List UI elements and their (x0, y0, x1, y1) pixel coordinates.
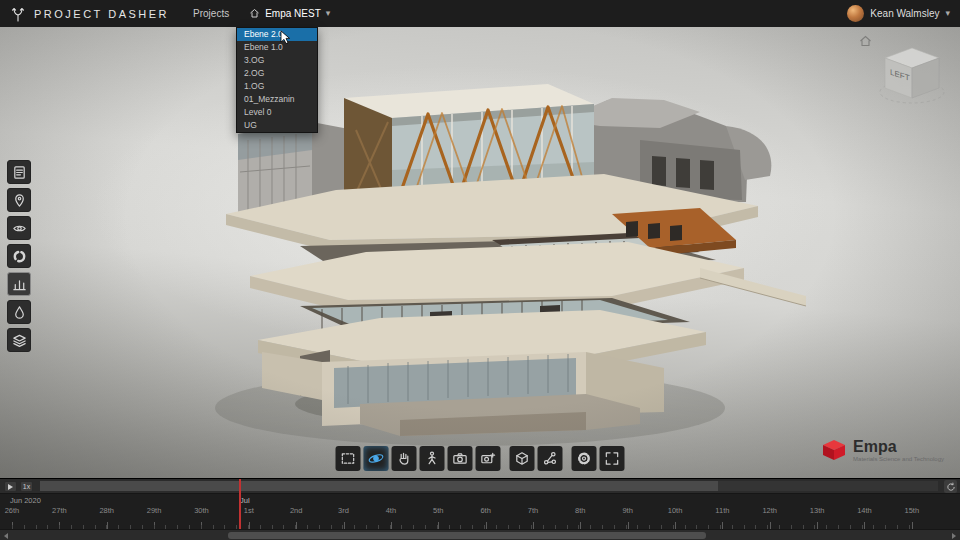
level-dropdown-item[interactable]: 3.OG (237, 54, 317, 67)
play-button[interactable] (4, 481, 17, 492)
building-icon (249, 8, 260, 19)
visibility-icon (12, 221, 27, 236)
tick-label: 10th (668, 506, 683, 515)
tick-label: 2nd (290, 506, 303, 515)
empa-cube-icon (821, 438, 847, 462)
pan-hand-icon (396, 450, 413, 467)
data-points-icon (542, 450, 559, 467)
left-toolbar (7, 160, 31, 352)
app-title: PROJECT DASHER (34, 8, 169, 20)
fullscreen-button[interactable] (600, 446, 625, 471)
first-person-button[interactable] (420, 446, 445, 471)
refresh-button[interactable] (944, 480, 957, 493)
tick-label: 3rd (338, 506, 349, 515)
pin-icon (12, 193, 27, 208)
scrollbar-thumb[interactable] (228, 532, 706, 539)
marquee-select-button[interactable] (336, 446, 361, 471)
tick-label: 6th (480, 506, 490, 515)
selected-time-range[interactable] (40, 481, 718, 491)
orbit-button[interactable] (364, 446, 389, 471)
visibility-button[interactable] (7, 216, 31, 240)
level-dropdown: Ebene 2.0 Ebene 1.0 3.OG 2.OG 1.OG 01_Me… (236, 27, 318, 133)
water-drop-button[interactable] (7, 300, 31, 324)
bar-chart-button[interactable] (7, 272, 31, 296)
level-dropdown-item[interactable]: Ebene 2.0 (237, 28, 317, 41)
home-button[interactable] (859, 33, 872, 51)
tick-mark (59, 522, 60, 529)
water-drop-icon (12, 305, 27, 320)
doughnut-chart-button[interactable] (7, 244, 31, 268)
tick-label: 15th (905, 506, 920, 515)
tick-mark (486, 522, 487, 529)
settings-tool-group (572, 446, 625, 471)
view-cube[interactable]: LEFT (876, 42, 948, 108)
avatar (847, 5, 864, 22)
viewer-toolbar (336, 446, 625, 471)
timeline-track[interactable] (40, 481, 938, 491)
pan-button[interactable] (392, 446, 417, 471)
model-tool-group (510, 446, 563, 471)
tick-mark (296, 522, 297, 529)
pin-button[interactable] (7, 188, 31, 212)
level-dropdown-item[interactable]: Ebene 1.0 (237, 41, 317, 54)
marquee-select-icon (340, 450, 357, 467)
tick-mark (12, 522, 13, 529)
tick-mark (391, 522, 392, 529)
level-dropdown-item[interactable]: 1.OG (237, 80, 317, 93)
level-dropdown-item[interactable]: UG (237, 119, 317, 132)
layers-icon (12, 333, 27, 348)
tick-mark (817, 522, 818, 529)
level-dropdown-item[interactable]: 2.OG (237, 67, 317, 80)
data-points-button[interactable] (538, 446, 563, 471)
tick-label: 8th (575, 506, 585, 515)
model-button[interactable] (510, 446, 535, 471)
camera-button[interactable] (448, 446, 473, 471)
orbit-icon (368, 450, 385, 467)
tick-label: 11th (715, 506, 729, 515)
playhead[interactable] (239, 479, 241, 529)
timeline-scrubber: 1x (0, 479, 960, 494)
tick-label: 29th (147, 506, 162, 515)
report-icon (12, 165, 27, 180)
snapshot-button[interactable] (476, 446, 501, 471)
3d-viewport[interactable] (0, 27, 960, 478)
level-dropdown-item[interactable]: 01_Mezzanin (237, 93, 317, 106)
tick-mark (580, 522, 581, 529)
tick-label: 13th (810, 506, 825, 515)
arrow-left-icon (4, 533, 8, 539)
tick-mark (770, 522, 771, 529)
user-menu[interactable]: Kean Walmsley ▾ (847, 5, 950, 22)
tick-label: 7th (528, 506, 538, 515)
top-bar: PROJECT DASHER Projects Empa NEST ▾ Kean… (0, 0, 960, 27)
camera-icon (452, 450, 469, 467)
walk-person-icon (424, 450, 441, 467)
timeline-scrollbar[interactable] (0, 529, 960, 540)
timeline-ruler[interactable]: Jun 2020 Jul 26th 27th 28th 29th 30th 1s… (0, 494, 960, 529)
layers-button[interactable] (7, 328, 31, 352)
dasher-deer-logo-icon (9, 5, 27, 23)
tick-label: 12th (762, 506, 777, 515)
tick-mark (675, 522, 676, 529)
play-icon (8, 484, 13, 490)
scroll-right-button[interactable] (948, 530, 960, 540)
gear-icon (576, 450, 593, 467)
report-button[interactable] (7, 160, 31, 184)
bar-chart-icon (12, 277, 27, 292)
tick-mark (201, 522, 202, 529)
nav-projects[interactable]: Projects (193, 8, 229, 19)
arrow-right-icon (952, 533, 956, 539)
speed-button[interactable]: 1x (20, 481, 33, 492)
model-cube-icon (514, 450, 531, 467)
level-dropdown-item[interactable]: Level 0 (237, 106, 317, 119)
scroll-left-button[interactable] (0, 530, 12, 540)
refresh-icon (946, 482, 956, 492)
day-ticks: 26th 27th 28th 29th 30th 1st 2nd 3rd 4th… (12, 494, 912, 529)
project-switcher[interactable]: Empa NEST ▾ (249, 8, 330, 19)
empa-logo: Empa Materials Science and Technology (821, 438, 944, 462)
empa-brand-name: Empa (853, 439, 944, 455)
tick-mark (249, 522, 250, 529)
tick-mark (344, 522, 345, 529)
tick-label: 30th (194, 506, 209, 515)
settings-button[interactable] (572, 446, 597, 471)
tick-mark (438, 522, 439, 529)
